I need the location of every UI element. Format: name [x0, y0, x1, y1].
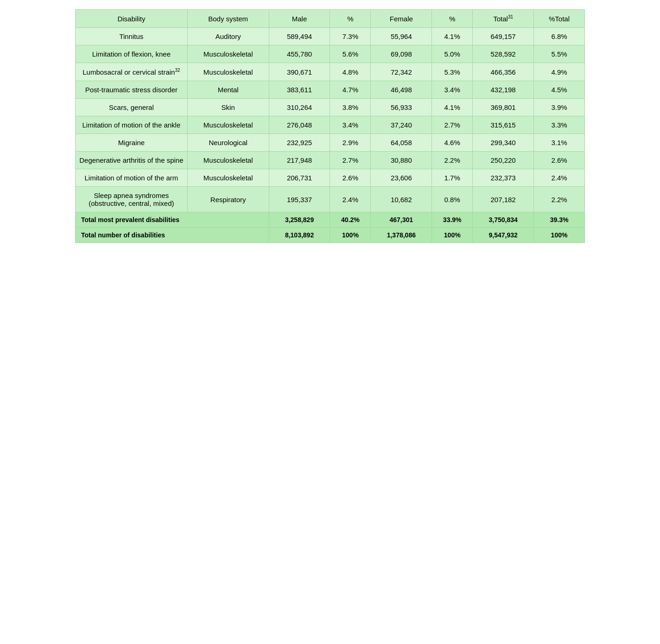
header-pct-female: % [432, 10, 473, 28]
table-row-body-system: Mental [187, 81, 269, 99]
footer-row1-pct-female: 33.9% [432, 212, 473, 228]
table-row-pct-total: 2.2% [534, 187, 585, 212]
table-row-male: 390,671 [269, 63, 330, 81]
footer-row1-pct-total: 39.3% [534, 212, 585, 228]
table-row-pct-female: 4.6% [432, 134, 473, 152]
table-row-pct-total: 3.3% [534, 116, 585, 134]
table-row-female: 10,682 [371, 187, 432, 212]
table-row-pct-total: 2.6% [534, 152, 585, 169]
table-row-total: 369,801 [473, 99, 534, 116]
table-row-pct-total: 3.9% [534, 99, 585, 116]
table-row-male: 232,925 [269, 134, 330, 152]
table-row-disability: Scars, general [76, 99, 188, 116]
table-row-pct-male: 4.8% [330, 63, 371, 81]
table-row-disability: Limitation of motion of the ankle [76, 116, 188, 134]
table-row-pct-male: 2.9% [330, 134, 371, 152]
footer-row1-total: 3,750,834 [473, 212, 534, 228]
table-row-female: 69,098 [371, 45, 432, 63]
table-row-disability: Migraine [76, 134, 188, 152]
table-row-pct-female: 5.3% [432, 63, 473, 81]
table-row-female: 55,964 [371, 28, 432, 45]
table-row-total: 250,220 [473, 152, 534, 169]
table-row-female: 72,342 [371, 63, 432, 81]
table-row-pct-total: 6.8% [534, 28, 585, 45]
table-row-male: 195,337 [269, 187, 330, 212]
table-row-disability: Sleep apnea syndromes (obstructive, cent… [76, 187, 188, 212]
table-row-male: 589,494 [269, 28, 330, 45]
footer-row2-pct-male: 100% [330, 228, 371, 243]
table-row-male: 206,731 [269, 169, 330, 187]
footer-row2-pct-female: 100% [432, 228, 473, 243]
table-row-male: 217,948 [269, 152, 330, 169]
header-disability: Disability [76, 10, 188, 28]
table-row-female: 37,240 [371, 116, 432, 134]
table-row-total: 528,592 [473, 45, 534, 63]
table-row-female: 23,606 [371, 169, 432, 187]
table-row-pct-male: 2.6% [330, 169, 371, 187]
table-row-disability: Lumbosacral or cervical strain32 [76, 63, 188, 81]
table-row-female: 46,498 [371, 81, 432, 99]
footer-row2-total: 9,547,932 [473, 228, 534, 243]
table-row-pct-male: 7.3% [330, 28, 371, 45]
table-wrapper: Disability Body system Male % Female % T… [75, 9, 585, 243]
table-row-body-system: Musculoskeletal [187, 169, 269, 187]
table-row-total: 232,373 [473, 169, 534, 187]
table-row-total: 432,198 [473, 81, 534, 99]
header-male: Male [269, 10, 330, 28]
table-row-total: 315,615 [473, 116, 534, 134]
footer-row2-female: 1,378,086 [371, 228, 432, 243]
table-row-pct-female: 1.7% [432, 169, 473, 187]
table-row-pct-male: 3.8% [330, 99, 371, 116]
table-row-body-system: Musculoskeletal [187, 152, 269, 169]
footer-row1-label: Total most prevalent disabilities [76, 212, 269, 228]
table-row-pct-male: 4.7% [330, 81, 371, 99]
table-row-pct-total: 4.9% [534, 63, 585, 81]
table-row-pct-total: 5.5% [534, 45, 585, 63]
table-row-body-system: Musculoskeletal [187, 45, 269, 63]
header-total: Total31 [473, 10, 534, 28]
table-row-total: 466,356 [473, 63, 534, 81]
footer-row2-male: 8,103,892 [269, 228, 330, 243]
table-row-total: 649,157 [473, 28, 534, 45]
table-row-pct-total: 3.1% [534, 134, 585, 152]
table-row-female: 64,058 [371, 134, 432, 152]
table-row-pct-total: 2.4% [534, 169, 585, 187]
table-row-pct-female: 4.1% [432, 99, 473, 116]
table-row-pct-female: 0.8% [432, 187, 473, 212]
table-row-body-system: Neurological [187, 134, 269, 152]
table-row-female: 30,880 [371, 152, 432, 169]
header-pct-total: %Total [534, 10, 585, 28]
header-female: Female [371, 10, 432, 28]
table-row-disability: Limitation of motion of the arm [76, 169, 188, 187]
header-body-system: Body system [187, 10, 269, 28]
table-row-disability: Degenerative arthritis of the spine [76, 152, 188, 169]
table-row-total: 207,182 [473, 187, 534, 212]
table-row-disability: Tinnitus [76, 28, 188, 45]
table-row-pct-total: 4.5% [534, 81, 585, 99]
footer-row2-label: Total number of disabilities [76, 228, 269, 243]
table-row-pct-male: 5.6% [330, 45, 371, 63]
header-pct-male: % [330, 10, 371, 28]
table-row-male: 383,611 [269, 81, 330, 99]
table-row-body-system: Auditory [187, 28, 269, 45]
table-row-body-system: Skin [187, 99, 269, 116]
table-row-pct-female: 5.0% [432, 45, 473, 63]
table-row-male: 310,264 [269, 99, 330, 116]
footer-row1-pct-male: 40.2% [330, 212, 371, 228]
table-row-pct-female: 4.1% [432, 28, 473, 45]
table-row-disability: Limitation of flexion, knee [76, 45, 188, 63]
table-row-body-system: Respiratory [187, 187, 269, 212]
footer-row2-pct-total: 100% [534, 228, 585, 243]
table-row-pct-female: 2.7% [432, 116, 473, 134]
table-row-disability: Post-traumatic stress disorder [76, 81, 188, 99]
table-row-female: 56,933 [371, 99, 432, 116]
table-row-pct-female: 3.4% [432, 81, 473, 99]
table-row-pct-female: 2.2% [432, 152, 473, 169]
footer-row1-male: 3,258,829 [269, 212, 330, 228]
table-row-body-system: Musculoskeletal [187, 63, 269, 81]
table-row-male: 455,780 [269, 45, 330, 63]
table-row-body-system: Musculoskeletal [187, 116, 269, 134]
table-row-pct-male: 2.4% [330, 187, 371, 212]
disability-table: Disability Body system Male % Female % T… [75, 9, 585, 243]
table-row-total: 299,340 [473, 134, 534, 152]
